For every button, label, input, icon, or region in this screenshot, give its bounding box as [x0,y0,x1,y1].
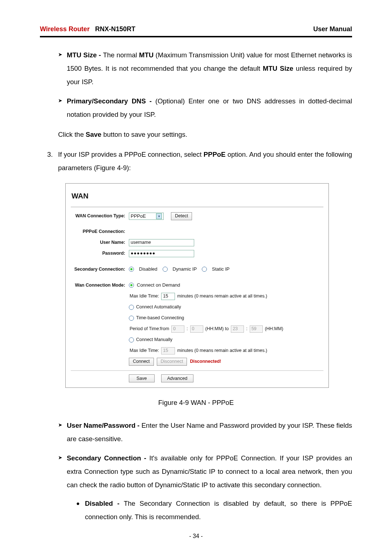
step3-paragraph: If your ISP provides a PPPoE connection,… [58,148,352,175]
secondary-disabled-label: Disabled [139,264,158,274]
period-to-hh[interactable]: 23 [231,325,244,333]
max-idle-label-2: Max Idle Time: [130,346,159,355]
max-idle-input-2[interactable]: 15 [161,347,175,354]
dot-icon: ● [76,497,85,524]
mode-auto-radio[interactable] [129,305,134,310]
secondary-conn-paragraph: Secondary Connection - It's available on… [67,451,352,492]
period-hhmm: (HH:MM) [265,324,283,333]
detect-button[interactable]: Detect [171,212,192,220]
figure-wan-pppoe: WAN WAN Connection Type: PPPoE ▾ Detect … [65,183,329,388]
max-idle-suffix-1: minutes (0 means remain active at all ti… [177,292,267,301]
mode-auto-label: Connect Automatically [136,303,181,312]
secondary-disabled-radio[interactable] [129,267,134,272]
userpw-paragraph: User Name/Password - Enter the User Name… [67,419,352,446]
password-label: Password: [71,249,129,258]
period-from-hh[interactable]: 0 [171,325,184,333]
mode-time-label: Time-based Connecting [136,313,184,323]
connection-status: Disconnected! [190,357,221,366]
page-number: - 34 - [0,533,392,539]
mode-manual-label: Connect Manually [136,335,172,344]
conn-mode-label: Wan Connection Mode: [71,280,129,290]
bullet-icon: ➤ [58,94,67,121]
chevron-down-icon: ▾ [156,213,162,219]
header-divider [40,36,352,37]
max-idle-input-1[interactable]: 15 [161,293,175,300]
period-hhmm-to: (HH:MM) to [205,324,229,333]
username-input[interactable]: username [129,239,194,246]
secondary-conn-label: Secondary Connection: [71,265,129,274]
period-label: Period of Time:from [130,324,169,333]
advanced-button[interactable]: Advanced [161,374,194,382]
figure-caption: Figure 4-9 WAN - PPPoE [40,396,352,409]
wan-type-value: PPPoE [131,212,146,221]
mode-manual-radio[interactable] [129,337,134,342]
pppoe-section-label: PPPoE Connection: [71,227,129,236]
figure-divider [71,207,323,207]
wan-type-label: WAN Connection Type: [71,212,129,221]
wan-type-select[interactable]: PPPoE ▾ [129,213,164,220]
figure-divider [71,370,323,371]
max-idle-suffix-2: minutes (0 means remain active at all ti… [177,346,267,355]
secondary-dynamic-radio[interactable] [163,267,168,272]
username-label: User Name: [71,238,129,247]
mode-demand-label: Connect on Demand [137,280,180,290]
figure-title: WAN [71,187,323,205]
password-input[interactable]: ●●●●●●●● [129,250,194,257]
secondary-dynamic-label: Dynamic IP [173,264,197,274]
disconnect-button[interactable]: Disconnect [157,358,187,366]
secondary-static-radio[interactable] [202,267,207,272]
save-instruction: Click the Save button to save your setti… [58,128,352,141]
mtu-paragraph: MTU Size - The normal MTU (Maximum Trans… [67,48,352,89]
save-button[interactable]: Save [129,374,155,382]
max-idle-label-1: Max Idle Time: [130,292,159,301]
bullet-icon: ➤ [58,419,67,446]
model-label: RNX-N150RT [95,25,135,33]
page-header: Wireless Router RNX-N150RT User Manual [40,25,352,35]
connect-button[interactable]: Connect [129,358,154,366]
dns-paragraph: Primary/Secondary DNS - (Optional) Enter… [67,94,352,121]
bullet-icon: ➤ [58,48,67,89]
disabled-paragraph: Disabled - The Secondary Connection is d… [85,497,352,524]
user-manual-label: User Manual [313,25,352,33]
secondary-static-label: Static IP [212,264,229,274]
mode-time-radio[interactable] [129,316,134,321]
step-number: 3. [47,148,58,175]
brand-label: Wireless Router [40,25,90,33]
period-from-mm[interactable]: 0 [190,325,203,333]
period-to-mm[interactable]: 59 [250,325,263,333]
mode-demand-radio[interactable] [129,283,134,288]
bullet-icon: ➤ [58,451,67,492]
